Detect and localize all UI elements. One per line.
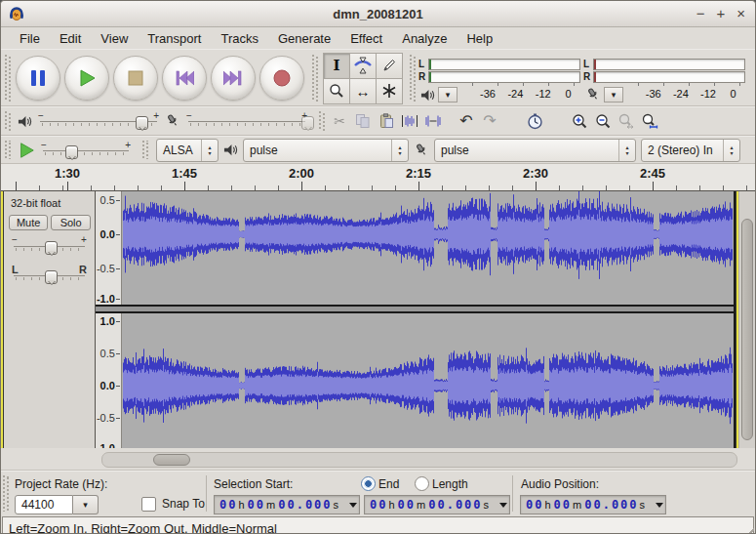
- audio-host-select[interactable]: ALSA ▴▾: [156, 139, 219, 162]
- maximize-button[interactable]: +: [716, 6, 725, 21]
- project-rate-dropdown[interactable]: ▾: [73, 495, 99, 514]
- close-button[interactable]: ×: [736, 6, 745, 21]
- menu-analyze[interactable]: Analyze: [393, 29, 456, 48]
- pan-slider[interactable]: L R: [10, 264, 89, 289]
- audio-host-value: ALSA: [157, 144, 201, 157]
- spin-arrows-icon: ▴▾: [723, 140, 739, 161]
- pause-button[interactable]: [16, 56, 60, 101]
- audio-position-field[interactable]: 00h00m00.000s: [520, 495, 666, 514]
- dropdown-arrow-icon[interactable]: [349, 503, 357, 512]
- playback-meter-dropdown[interactable]: ▾: [438, 87, 458, 103]
- recording-meter-left-bar[interactable]: [593, 59, 745, 70]
- solo-button[interactable]: Solo: [51, 215, 90, 230]
- playback-speed-thumb[interactable]: [65, 145, 78, 159]
- menu-help[interactable]: Help: [458, 29, 501, 48]
- status-message: Left=Zoom In, Right=Zoom Out, Middle=Nor…: [2, 516, 754, 534]
- toolbar-grip[interactable]: [3, 475, 10, 512]
- playback-meter-right-bar[interactable]: [428, 71, 580, 83]
- toolbar-grip[interactable]: [142, 141, 149, 159]
- dropdown-arrow-icon[interactable]: [656, 503, 663, 512]
- toolbar-grip[interactable]: [5, 141, 12, 159]
- trim-audio-button[interactable]: [398, 110, 421, 133]
- recording-channels-select[interactable]: 2 (Stereo) In ▴▾: [641, 139, 740, 162]
- vertical-scale-channel-1[interactable]: 0.5 0.0 -0.5 -1.0: [96, 191, 122, 305]
- playback-meter-right-label: R: [418, 72, 428, 82]
- toolbar-grip[interactable]: [312, 55, 319, 102]
- recording-meter-dropdown[interactable]: ▾: [604, 87, 623, 103]
- multi-tool-button[interactable]: [376, 78, 403, 104]
- playback-speed-slider[interactable]: −+: [39, 140, 133, 161]
- horizontal-scrollbar[interactable]: [101, 452, 737, 468]
- paste-button[interactable]: [375, 110, 398, 133]
- menu-view[interactable]: View: [92, 29, 137, 48]
- zoom-out-button[interactable]: [591, 110, 615, 133]
- redo-button[interactable]: ↷: [478, 110, 501, 133]
- output-volume-slider[interactable]: −+: [36, 110, 161, 132]
- dropdown-arrow-icon[interactable]: [499, 503, 507, 512]
- selection-start-field[interactable]: 00h00m00.000s: [214, 495, 360, 514]
- playback-meter-left-bar[interactable]: [428, 59, 580, 70]
- zoom-in-button[interactable]: [568, 110, 591, 133]
- timeline-ruler[interactable]: 1:30 1:45 2:00 2:15 2:30 2:45: [1, 164, 755, 191]
- undo-button[interactable]: ↶: [455, 110, 478, 133]
- sync-lock-button[interactable]: [523, 110, 546, 133]
- output-volume-thumb[interactable]: [136, 116, 148, 130]
- record-button[interactable]: [259, 56, 304, 101]
- envelope-tool-button[interactable]: [349, 53, 377, 79]
- end-radio[interactable]: [361, 476, 376, 491]
- zoom-tool-button[interactable]: [323, 78, 350, 104]
- playback-device-select[interactable]: pulse ▴▾: [243, 139, 409, 162]
- vertical-scrollbar[interactable]: [738, 191, 755, 448]
- cut-button[interactable]: ✂: [328, 110, 351, 133]
- toolbar-grip[interactable]: [410, 55, 417, 102]
- gain-slider[interactable]: − +: [10, 234, 89, 260]
- skip-to-end-button[interactable]: [211, 56, 256, 101]
- track-control-panel[interactable]: 32-bit float Mute Solo − + L R: [4, 191, 96, 448]
- playback-meter[interactable]: L R ▾ -36 -24 -12 0: [418, 54, 583, 104]
- waveform-channel-1[interactable]: [122, 191, 734, 305]
- play-at-speed-button[interactable]: [14, 139, 39, 161]
- recording-meter[interactable]: L R ▾ -36 -24 -12 0: [583, 54, 748, 104]
- selection-tool-button[interactable]: I: [323, 53, 350, 79]
- horizontal-scrollbar-thumb[interactable]: [153, 454, 190, 466]
- skip-to-start-button[interactable]: [162, 56, 207, 101]
- gain-slider-thumb[interactable]: [45, 241, 58, 255]
- toolbar-grip[interactable]: [319, 111, 326, 131]
- copy-icon: [355, 113, 371, 129]
- vertical-scrollbar-thumb[interactable]: [741, 219, 753, 440]
- speaker-icon: [420, 88, 435, 103]
- toolbar-grip[interactable]: [5, 111, 12, 131]
- edit-toolbar: ✂ ↶ ↷: [317, 107, 661, 135]
- selection-end-field[interactable]: 00h00m00.000s: [364, 495, 510, 514]
- vertical-scale-channel-2[interactable]: 1.0 0.5 0.0 -0.5 -1.0: [96, 313, 122, 448]
- selection-toolbar: Project Rate (Hz): Selection Start: End …: [1, 471, 755, 515]
- stop-button[interactable]: [113, 56, 158, 101]
- menu-file[interactable]: File: [11, 29, 49, 48]
- play-button[interactable]: [64, 56, 109, 101]
- titlebar[interactable]: dmn_20081201 − + ×: [1, 1, 755, 27]
- pan-slider-thumb[interactable]: [45, 270, 58, 284]
- length-radio[interactable]: [415, 476, 429, 491]
- menu-edit[interactable]: Edit: [51, 29, 90, 48]
- project-rate-combo[interactable]: 44100 ▾: [15, 495, 99, 514]
- input-volume-thumb[interactable]: [301, 116, 314, 130]
- recording-device-select[interactable]: pulse ▴▾: [434, 139, 636, 162]
- fit-project-button[interactable]: [638, 110, 661, 133]
- fit-selection-button[interactable]: [615, 110, 638, 133]
- toolbar-grip[interactable]: [5, 55, 12, 102]
- minimize-button[interactable]: −: [696, 6, 705, 21]
- mute-button[interactable]: Mute: [9, 215, 48, 230]
- time-shift-tool-button[interactable]: ↔: [349, 78, 377, 104]
- copy-button[interactable]: [351, 110, 375, 133]
- menu-transport[interactable]: Transport: [139, 29, 210, 48]
- draw-tool-button[interactable]: [376, 53, 403, 79]
- silence-audio-button[interactable]: [421, 110, 445, 133]
- snap-to-checkbox[interactable]: [141, 497, 156, 512]
- recording-meter-right-bar[interactable]: [593, 71, 745, 83]
- menu-generate[interactable]: Generate: [269, 29, 339, 48]
- input-volume-slider[interactable]: −+: [184, 110, 309, 132]
- menu-effect[interactable]: Effect: [341, 29, 391, 48]
- waveform-channel-2[interactable]: [122, 313, 734, 448]
- menu-tracks[interactable]: Tracks: [212, 29, 267, 48]
- channel-separator[interactable]: [96, 305, 734, 313]
